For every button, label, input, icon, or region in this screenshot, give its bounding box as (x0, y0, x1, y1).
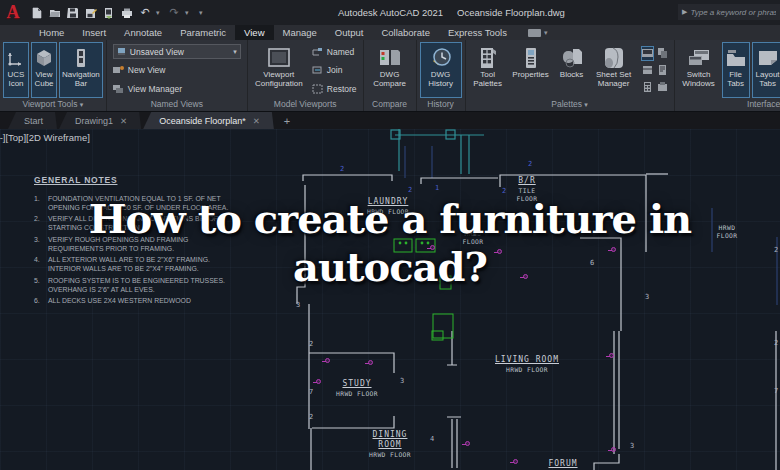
dimension-number: 7 (309, 388, 313, 396)
markup-palette-icon[interactable] (656, 63, 669, 78)
restore-viewport-button[interactable]: Restore (312, 81, 357, 96)
join-viewport-button[interactable]: Join (312, 63, 357, 78)
external-refs-icon[interactable] (656, 80, 669, 95)
quick-access-toolbar: ↶ ▾ ↷ ▾ ▾ (30, 6, 206, 20)
viewport-configuration-button[interactable]: Viewport Configuration (251, 42, 307, 98)
room-name: B/R (517, 176, 538, 186)
file-tab-oceanside-floorplan-[interactable]: Oceanside Floorplan*✕ (143, 112, 274, 129)
dwg-history-button[interactable]: DWG History (420, 42, 462, 98)
search-expand-icon[interactable]: ▶ (682, 8, 687, 16)
view-cube-icon (34, 45, 54, 70)
autocad-logo-icon[interactable]: A (0, 0, 26, 25)
panel-label-history[interactable]: History (417, 98, 465, 111)
view-flag-icon (117, 47, 126, 56)
dimension-number: 3 (400, 377, 404, 385)
menu-tab-collaborate[interactable]: Collaborate (372, 25, 439, 40)
note-item: 6.ALL DECKS USE 2X4 WESTERN REDWOOD (34, 297, 284, 306)
transmit-icon[interactable] (102, 6, 116, 20)
menu-tab-annotate[interactable]: Annotate (115, 25, 171, 40)
dimension-number: 2 (309, 340, 313, 348)
room-name: DINING ROOM (369, 430, 411, 450)
menu-tab-home[interactable]: Home (30, 25, 73, 40)
redo-caret-icon[interactable]: ▾ (185, 9, 192, 17)
save-as-icon[interactable] (84, 6, 98, 20)
new-view-button[interactable]: New View (113, 63, 241, 78)
dimension-number: 2 (309, 413, 313, 421)
quickcalc-icon[interactable] (641, 80, 654, 95)
panel-label-named-views[interactable]: Named Views (107, 98, 247, 111)
file-tab-start[interactable]: Start (8, 112, 57, 129)
file-tabs-button[interactable]: File Tabs (722, 42, 750, 98)
command-line-icon[interactable] (641, 46, 654, 61)
panel-label-palettes[interactable]: Palettes ▾ (466, 98, 674, 111)
view-manager-button[interactable]: View Manager (113, 81, 241, 96)
menu-tab-parametric[interactable]: Parametric (171, 25, 235, 40)
redo-icon[interactable]: ↷ (167, 6, 181, 20)
dimension-number: 2 (502, 187, 506, 195)
count-palette-icon[interactable] (656, 46, 669, 61)
tool-palettes-icon (478, 45, 498, 70)
help-search-box[interactable]: ▶ (678, 4, 780, 20)
undo-caret-icon[interactable]: ▾ (156, 9, 163, 17)
switch-windows-button[interactable]: Switch Windows (678, 42, 720, 98)
new-view-icon (113, 65, 124, 75)
tool-palettes-button[interactable]: Tool Palettes (469, 42, 507, 98)
note-number: 6. (34, 297, 48, 306)
dimension-number: 7 (774, 387, 778, 395)
dwg-compare-label: DWG Compare (373, 70, 406, 88)
ribbon-options-button[interactable]: ▾ (528, 25, 548, 40)
menu-tab-insert[interactable]: Insert (73, 25, 115, 40)
view-dropdown[interactable]: Unsaved View ▾ (113, 44, 241, 59)
drawing-canvas[interactable]: [-][Top][2D Wireframe] GENERAL NOTES 1.F… (0, 129, 780, 470)
undo-icon[interactable]: ↶ (138, 6, 152, 20)
navigation-bar-label: Navigation Bar (62, 70, 100, 88)
dimension-number: 2 (340, 165, 344, 173)
dwg-history-icon (429, 45, 453, 70)
panel-label-compare[interactable]: Compare (364, 98, 416, 111)
menu-tab-view[interactable]: View (235, 25, 273, 40)
close-tab-icon[interactable]: ✕ (253, 116, 260, 126)
open-folder-icon[interactable] (48, 6, 62, 20)
close-tab-icon[interactable]: ✕ (120, 116, 127, 126)
panel-compare: DWG Compare Compare (364, 40, 417, 111)
view-cube-button[interactable]: View Cube (31, 42, 57, 98)
navigation-bar-button[interactable]: Navigation Bar (59, 42, 103, 98)
new-file-icon[interactable] (30, 6, 44, 20)
menu-tab-express-tools[interactable]: Express Tools (439, 25, 516, 40)
named-viewport-button[interactable]: Named (312, 44, 357, 59)
properties-button[interactable]: Properties (509, 42, 553, 98)
switch-windows-icon (687, 45, 711, 70)
panel-label-model-viewports[interactable]: Model Viewports (248, 98, 363, 111)
view-dropdown-value: Unsaved View (130, 47, 184, 57)
file-tab-label: Drawing1 (75, 116, 113, 126)
plot-icon[interactable] (120, 6, 134, 20)
menu-tab-output[interactable]: Output (326, 25, 373, 40)
panel-model-viewports: Viewport Configuration Named Join Restor… (248, 40, 364, 111)
room-label: FORUM (548, 459, 577, 469)
save-icon[interactable] (66, 6, 80, 20)
menu-tab-manage[interactable]: Manage (274, 25, 326, 40)
ucs-icon-button[interactable]: UCS Icon (3, 42, 29, 98)
layout-tabs-button[interactable]: Layout Tabs (752, 42, 780, 98)
file-tab-label: Start (24, 116, 43, 126)
search-input[interactable] (690, 8, 776, 17)
dwg-compare-button[interactable]: DWG Compare (367, 42, 413, 98)
panel-label-interface[interactable]: Interface (675, 98, 780, 111)
file-tabs-icon (725, 45, 747, 70)
sheet-set-manager-label: Sheet Set Manager (596, 70, 631, 88)
qat-dropdown-icon[interactable]: ▾ (199, 9, 206, 17)
blocks-button[interactable]: Blocks (555, 42, 589, 98)
file-tab-drawing1[interactable]: Drawing1✕ (59, 112, 141, 129)
room-name: STUDY (336, 379, 378, 389)
panel-label-viewport-tools[interactable]: Viewport Tools ▾ (0, 98, 106, 111)
sheet-set-manager-button[interactable]: Sheet Set Manager (591, 42, 637, 98)
design-center-icon[interactable] (641, 63, 654, 78)
dimension-number: 2 (528, 160, 532, 168)
properties-icon (522, 45, 540, 70)
blocks-label: Blocks (560, 70, 584, 79)
room-floor-type: HRWD FLOOR (495, 366, 559, 374)
viewport-controls[interactable]: [-][Top][2D Wireframe] (0, 132, 90, 143)
note-text: ALL DECKS USE 2X4 WESTERN REDWOOD (48, 297, 191, 306)
dropdown-caret-icon: ▾ (233, 48, 237, 56)
new-drawing-tab-button[interactable]: + (276, 112, 298, 129)
